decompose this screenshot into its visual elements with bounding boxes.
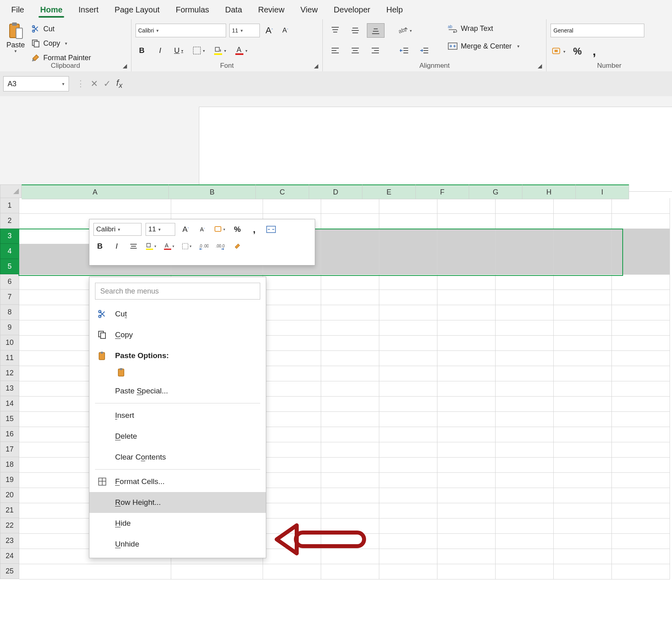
- cell-D5[interactable]: [321, 259, 379, 275]
- row-header-5[interactable]: 5: [0, 259, 19, 274]
- bold-button[interactable]: B: [136, 45, 148, 57]
- cell-G4[interactable]: [496, 244, 554, 259]
- cell-H18[interactable]: [554, 457, 612, 473]
- row-header-22[interactable]: 22: [0, 518, 19, 533]
- cell-H2[interactable]: [554, 213, 612, 229]
- cell-G3[interactable]: [496, 229, 554, 244]
- cell-F15[interactable]: [437, 411, 496, 427]
- cell-H24[interactable]: [554, 549, 612, 564]
- cell-F11[interactable]: [437, 350, 496, 366]
- mini-increase-font[interactable]: Aˆ: [179, 223, 192, 235]
- row-header-20[interactable]: 20: [0, 488, 19, 503]
- cell-C6[interactable]: [263, 274, 321, 290]
- cell-D8[interactable]: [321, 305, 379, 320]
- row-header-18[interactable]: 18: [0, 457, 19, 472]
- cell-E5[interactable]: [379, 259, 437, 275]
- cell-D25[interactable]: [321, 564, 379, 579]
- row-header-7[interactable]: 7: [0, 290, 19, 305]
- cell-G6[interactable]: [496, 274, 554, 290]
- cell-G20[interactable]: [496, 488, 554, 503]
- cell-D19[interactable]: [321, 472, 379, 488]
- cell-G16[interactable]: [496, 427, 554, 442]
- cell-F7[interactable]: [437, 290, 496, 305]
- row-header-21[interactable]: 21: [0, 503, 19, 518]
- cell-F16[interactable]: [437, 427, 496, 442]
- row-header-19[interactable]: 19: [0, 472, 19, 488]
- row-header-3[interactable]: 3: [0, 229, 19, 244]
- mini-font-name[interactable]: Calibri▾: [93, 223, 142, 236]
- cell-H22[interactable]: [554, 518, 612, 534]
- align-middle-button[interactable]: [347, 24, 364, 37]
- row-header-17[interactable]: 17: [0, 442, 19, 457]
- fill-color-button[interactable]: ▾: [212, 45, 228, 57]
- cell-I2[interactable]: [612, 213, 670, 229]
- name-box[interactable]: A3▾: [3, 76, 69, 91]
- tab-view[interactable]: View: [292, 0, 326, 19]
- cell-E19[interactable]: [379, 472, 437, 488]
- column-header-A[interactable]: A: [22, 184, 169, 199]
- column-header-D[interactable]: D: [309, 184, 362, 199]
- cell-E16[interactable]: [379, 427, 437, 442]
- mini-percent[interactable]: %: [231, 223, 244, 235]
- cell-H16[interactable]: [554, 427, 612, 442]
- cell-C12[interactable]: [263, 366, 321, 381]
- cell-G14[interactable]: [496, 396, 554, 412]
- cell-F14[interactable]: [437, 396, 496, 412]
- cell-I8[interactable]: [612, 305, 670, 320]
- cell-I17[interactable]: [612, 442, 670, 458]
- cell-E1[interactable]: [379, 198, 437, 214]
- cell-D14[interactable]: [321, 396, 379, 412]
- cell-D7[interactable]: [321, 290, 379, 305]
- cell-E18[interactable]: [379, 457, 437, 473]
- cell-C1[interactable]: [263, 198, 321, 214]
- tab-developer[interactable]: Developer: [326, 0, 378, 19]
- cell-E10[interactable]: [379, 335, 437, 351]
- mini-borders[interactable]: ▾: [180, 240, 193, 252]
- tab-formulas[interactable]: Formulas: [168, 0, 217, 19]
- font-name-select[interactable]: Calibri▾: [136, 24, 226, 37]
- cell-H10[interactable]: [554, 335, 612, 351]
- row-header-15[interactable]: 15: [0, 411, 19, 427]
- align-left-button[interactable]: [327, 44, 344, 57]
- column-header-F[interactable]: F: [416, 184, 469, 199]
- cell-I22[interactable]: [612, 518, 670, 534]
- cell-I14[interactable]: [612, 396, 670, 412]
- select-all-corner[interactable]: [0, 184, 22, 198]
- orientation-button[interactable]: ab▾: [397, 24, 413, 37]
- cell-E22[interactable]: [379, 518, 437, 534]
- cell-E23[interactable]: [379, 533, 437, 549]
- mini-italic[interactable]: I: [110, 240, 123, 252]
- cell-G21[interactable]: [496, 503, 554, 519]
- cell-C18[interactable]: [263, 457, 321, 473]
- cell-F19[interactable]: [437, 472, 496, 488]
- font-color-button[interactable]: A▾: [233, 45, 249, 57]
- cell-D21[interactable]: [321, 503, 379, 519]
- cell-H7[interactable]: [554, 290, 612, 305]
- cell-D12[interactable]: [321, 366, 379, 381]
- cell-D16[interactable]: [321, 427, 379, 442]
- mini-fill-color[interactable]: ▾: [144, 240, 158, 252]
- column-header-I[interactable]: I: [576, 184, 629, 199]
- cell-C15[interactable]: [263, 411, 321, 427]
- row-header-24[interactable]: 24: [0, 549, 19, 564]
- cell-G15[interactable]: [496, 411, 554, 427]
- mini-decrease-font[interactable]: Aˇ: [196, 223, 209, 235]
- cell-G11[interactable]: [496, 350, 554, 366]
- mini-merge[interactable]: [265, 223, 277, 235]
- cell-F8[interactable]: [437, 305, 496, 320]
- paste-label[interactable]: Paste: [6, 41, 25, 49]
- tab-help[interactable]: Help: [379, 0, 411, 19]
- cell-H25[interactable]: [554, 564, 612, 579]
- paste-icon[interactable]: [7, 22, 24, 40]
- cell-F5[interactable]: [437, 259, 496, 275]
- row-header-16[interactable]: 16: [0, 427, 19, 442]
- cell-E6[interactable]: [379, 274, 437, 290]
- cell-E13[interactable]: [379, 381, 437, 397]
- cell-H19[interactable]: [554, 472, 612, 488]
- cell-H6[interactable]: [554, 274, 612, 290]
- tab-insert[interactable]: Insert: [71, 0, 107, 19]
- cell-H20[interactable]: [554, 488, 612, 503]
- cell-E14[interactable]: [379, 396, 437, 412]
- column-header-C[interactable]: C: [256, 184, 309, 199]
- align-top-button[interactable]: [327, 24, 344, 37]
